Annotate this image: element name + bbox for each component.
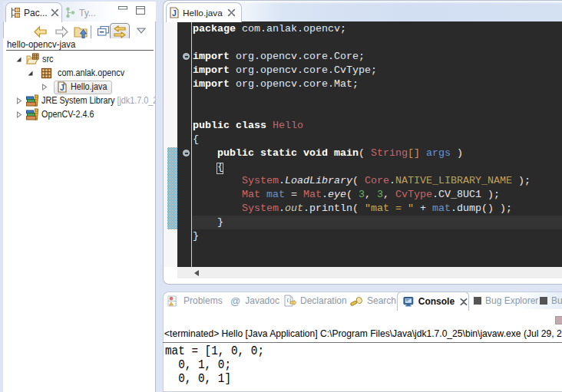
svg-text:J: J xyxy=(172,8,177,18)
svg-text:J: J xyxy=(60,83,64,92)
